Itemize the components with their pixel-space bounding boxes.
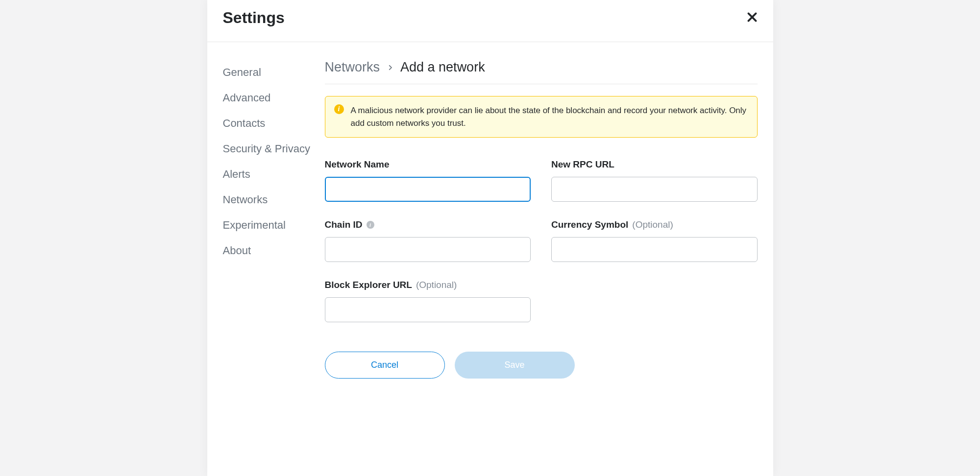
settings-modal: Settings General Advanced Contacts Secur…: [207, 0, 773, 476]
field-group-currency-symbol: Currency Symbol (Optional): [551, 219, 758, 262]
modal-body: General Advanced Contacts Security & Pri…: [207, 42, 773, 476]
cancel-button[interactable]: Cancel: [325, 352, 445, 379]
info-warning-icon: i: [334, 104, 344, 114]
save-button[interactable]: Save: [455, 352, 575, 379]
main-content: Networks Add a network i A malicious net…: [325, 42, 773, 476]
sidebar-item-general[interactable]: General: [223, 60, 325, 85]
settings-sidebar: General Advanced Contacts Security & Pri…: [207, 42, 325, 476]
sidebar-item-networks[interactable]: Networks: [223, 187, 325, 213]
form-buttons: Cancel Save: [325, 352, 758, 379]
label-chain-id: Chain ID: [325, 219, 363, 230]
breadcrumb: Networks Add a network: [325, 60, 758, 84]
sidebar-item-contacts[interactable]: Contacts: [223, 111, 325, 136]
sidebar-item-alerts[interactable]: Alerts: [223, 162, 325, 187]
chevron-right-icon: [387, 64, 393, 71]
breadcrumb-current: Add a network: [400, 60, 485, 75]
chain-id-input[interactable]: [325, 237, 531, 262]
field-group-chain-id: Chain ID i: [325, 219, 531, 262]
network-name-input[interactable]: [325, 177, 531, 202]
sidebar-item-advanced[interactable]: Advanced: [223, 85, 325, 111]
field-group-rpc-url: New RPC URL: [551, 159, 758, 202]
label-block-explorer: Block Explorer URL: [325, 280, 412, 290]
warning-text: A malicious network provider can lie abo…: [351, 104, 748, 129]
close-icon[interactable]: [746, 11, 759, 25]
block-explorer-input[interactable]: [325, 297, 531, 322]
field-group-block-explorer: Block Explorer URL (Optional): [325, 280, 531, 322]
warning-icon-wrapper: i: [334, 104, 344, 129]
info-icon[interactable]: i: [367, 221, 374, 229]
field-group-network-name: Network Name: [325, 159, 531, 202]
label-block-explorer-optional: (Optional): [416, 280, 457, 290]
add-network-form: Network Name New RPC URL Chain: [325, 159, 758, 379]
modal-header: Settings: [207, 0, 773, 42]
sidebar-item-experimental[interactable]: Experimental: [223, 213, 325, 238]
warning-banner: i A malicious network provider can lie a…: [325, 96, 758, 138]
breadcrumb-parent-link[interactable]: Networks: [325, 60, 380, 75]
sidebar-item-about[interactable]: About: [223, 238, 325, 263]
label-currency-symbol: Currency Symbol: [551, 219, 628, 230]
sidebar-item-security-privacy[interactable]: Security & Privacy: [223, 136, 325, 162]
label-rpc-url: New RPC URL: [551, 159, 614, 170]
label-network-name: Network Name: [325, 159, 390, 170]
modal-title: Settings: [223, 9, 285, 27]
rpc-url-input[interactable]: [551, 177, 758, 202]
currency-symbol-input[interactable]: [551, 237, 758, 262]
label-currency-symbol-optional: (Optional): [632, 219, 673, 230]
